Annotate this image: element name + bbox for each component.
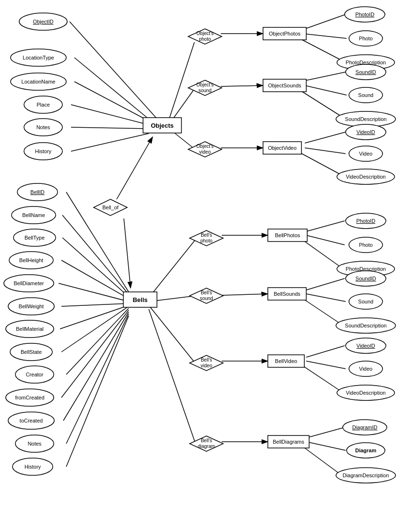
diagram-bell-text: Diagram bbox=[355, 447, 376, 453]
tocreated-text: toCreated bbox=[20, 418, 43, 423]
objvideo-label2: video bbox=[199, 149, 211, 155]
bells-label: Bells bbox=[132, 296, 147, 303]
line-bellof-objects bbox=[117, 137, 153, 199]
bellphotos-label: BellPhotos bbox=[275, 232, 300, 238]
line-history-bells bbox=[66, 316, 129, 467]
line-bellsounds-soundid bbox=[306, 278, 345, 290]
photoid-bell-text: PhotoID bbox=[356, 218, 375, 224]
bellof-label: Bell_of bbox=[102, 205, 119, 210]
videodesc-obj-text: VideoDescription bbox=[346, 174, 386, 180]
line-objphotos-photo bbox=[302, 34, 347, 38]
line-bells-bellphoto bbox=[149, 239, 196, 298]
line-locationtype-objects bbox=[74, 58, 149, 119]
line-belldiagrams-diagramdesc bbox=[301, 446, 342, 475]
bellmaterial-text: BellMaterial bbox=[16, 326, 43, 332]
video-bell-text: Video bbox=[359, 366, 372, 372]
notes-obj-text: Notes bbox=[36, 124, 50, 130]
sounddesc-bell-text: SoundDescription bbox=[345, 323, 387, 328]
bellsound-label2: sound bbox=[200, 296, 213, 301]
diagramdesc-bell-text: DiagramDescription bbox=[343, 472, 389, 478]
creator-text: Creator bbox=[26, 372, 44, 377]
place-text: Place bbox=[36, 102, 50, 108]
video-obj-text: Video bbox=[359, 151, 372, 157]
videoid-obj-text: VideoID bbox=[357, 129, 375, 135]
bellweight-text: BellWeight bbox=[19, 303, 44, 309]
sounddesc-obj-text: SoundDescription bbox=[345, 116, 387, 122]
bellsound-label: Bell's bbox=[201, 290, 212, 295]
objsound-label2: sound bbox=[198, 88, 211, 93]
bellsounds-label: BellSounds bbox=[274, 291, 300, 297]
objphoto-label: Object's bbox=[196, 31, 214, 36]
line-bellvideo-videodesc bbox=[301, 365, 343, 393]
line-bellname-bells bbox=[62, 215, 129, 294]
sound-obj-text: Sound bbox=[358, 92, 373, 98]
line-history-objects bbox=[71, 133, 149, 151]
notes-bell-text: Notes bbox=[28, 441, 42, 447]
history-obj-text: History bbox=[35, 148, 52, 154]
line-objsounds-sounddesc bbox=[300, 90, 346, 119]
line-bellphotos-photodesc bbox=[301, 239, 343, 269]
belldiagram-label: Bell's bbox=[201, 438, 212, 443]
line-objvideo-video bbox=[305, 148, 346, 154]
locationname-text: LocationName bbox=[22, 79, 56, 85]
objectvideo-label: ObjectVideo bbox=[268, 145, 297, 151]
belldiameter-text: BellDiameter bbox=[14, 280, 44, 286]
objectphotos-label: ObjectPhotos bbox=[269, 31, 301, 36]
line-bellmaterial-bells bbox=[60, 305, 129, 329]
line-objvideo-videoid bbox=[305, 132, 346, 143]
line-objphotos-photodesc bbox=[298, 37, 346, 62]
soundid-obj-text: SoundID bbox=[356, 69, 376, 75]
objects-label: Objects bbox=[151, 122, 174, 129]
line-bellphotos-photoid bbox=[306, 221, 345, 231]
line-bellvideo-video bbox=[306, 361, 346, 369]
line-bellsounds-sound bbox=[306, 294, 346, 302]
photoid-obj-text: PhotoID bbox=[355, 12, 374, 17]
belldiagrams-label: BellDiagrams bbox=[273, 439, 304, 445]
bellvideo-label: BellVideo bbox=[275, 358, 297, 364]
line-objectid-objects bbox=[70, 22, 156, 118]
history-bell-text: History bbox=[24, 464, 41, 470]
objsound-label: Object's bbox=[196, 82, 214, 87]
er-diagram: Objects Bells ObjectPhotos ObjectSounds … bbox=[0, 0, 408, 532]
bellname-text: BellName bbox=[22, 212, 45, 218]
line-objvideo-videodesc bbox=[300, 153, 345, 177]
objvideo-label: Object's bbox=[196, 144, 214, 149]
videodesc-bell-text: VideoDescription bbox=[346, 390, 386, 396]
line-bellvideo-videoid bbox=[306, 346, 345, 357]
line-bellsound-bellsounds bbox=[222, 294, 268, 295]
line-objsound-objsounds bbox=[221, 85, 263, 86]
line-bells-bellvideo bbox=[149, 305, 196, 364]
line-bellweight-bells bbox=[61, 303, 129, 306]
objphoto-label2: photo bbox=[199, 36, 211, 42]
line-notes-objects bbox=[71, 127, 149, 129]
line-objsounds-soundid bbox=[305, 72, 346, 81]
bellvideo-label: Bell's bbox=[201, 357, 212, 363]
line-objphotos-photoid bbox=[302, 14, 346, 30]
line-bellphotos-photo bbox=[306, 235, 345, 245]
locationtype-text: LocationType bbox=[23, 55, 54, 60]
line-objsounds-sound bbox=[305, 85, 347, 95]
bellvideo-label2: video bbox=[201, 363, 212, 368]
photo-obj-text: Photo bbox=[359, 36, 373, 41]
photo-bell-text: Photo bbox=[359, 242, 373, 248]
line-belldiagrams-diagram bbox=[306, 442, 346, 450]
objectid-text: ObjectID bbox=[33, 19, 54, 24]
videoid-bell-text: VideoID bbox=[357, 343, 375, 349]
soundid-bell-text: SoundID bbox=[356, 276, 376, 281]
line-objects-objphoto bbox=[168, 42, 194, 122]
bellstate-text: BellState bbox=[21, 349, 42, 355]
line-belltype-bells bbox=[62, 238, 129, 297]
line-bellsounds-sounddesc bbox=[301, 298, 343, 326]
belltype-text: BellType bbox=[24, 235, 45, 241]
objectsounds-label: ObjectSounds bbox=[268, 83, 301, 88]
line-bellof-bells bbox=[124, 218, 131, 288]
bellid-text: BellID bbox=[30, 189, 44, 195]
belldiagram-label2: diagram bbox=[198, 444, 215, 449]
sound-bell-text: Sound bbox=[358, 299, 373, 304]
line-belldiagrams-diagramid bbox=[306, 427, 345, 438]
fromcreated-text: fromCreated bbox=[15, 395, 44, 400]
bellheight-text: BellHeight bbox=[19, 257, 43, 263]
bellphoto-label: Bell's bbox=[201, 232, 212, 238]
line-bells-belldiagram bbox=[149, 309, 196, 445]
bellphoto-label2: photo bbox=[200, 238, 212, 243]
